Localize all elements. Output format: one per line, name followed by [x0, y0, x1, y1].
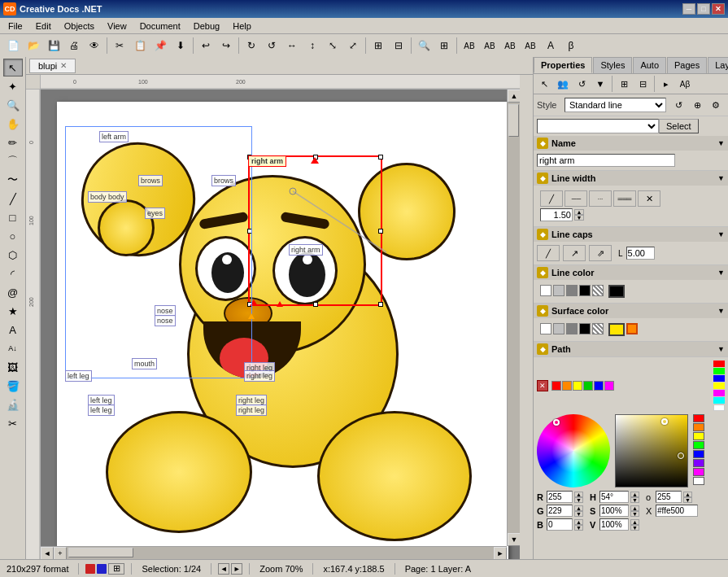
tb-undo[interactable]: ↩ — [196, 37, 216, 55]
sc-swatch-yellow[interactable] — [608, 323, 625, 336]
panel-btn-grid[interactable]: ⊞ — [615, 76, 633, 92]
name-input[interactable] — [537, 154, 675, 167]
maximize-button[interactable]: □ — [697, 3, 710, 15]
tb-paste[interactable]: 📌 — [150, 37, 170, 55]
sc-swatch-pattern[interactable] — [592, 323, 604, 334]
menu-document[interactable]: Document — [133, 20, 187, 33]
r-input[interactable] — [547, 491, 573, 503]
tool-spiral[interactable]: @ — [3, 283, 23, 301]
lw-btn5[interactable]: ✕ — [638, 190, 660, 207]
style-select[interactable]: Standard line — [565, 98, 666, 112]
lc-swatch-lgray[interactable] — [553, 285, 565, 296]
lc-btn1[interactable]: ╱ — [537, 245, 560, 261]
tb-textB[interactable]: β — [561, 37, 581, 55]
tb-new[interactable]: 📄 — [3, 37, 23, 55]
o-spin-down[interactable]: ▼ — [683, 497, 692, 503]
hscroll-right[interactable]: ► — [494, 547, 507, 559]
tool-ellipse[interactable]: ○ — [3, 227, 23, 245]
tab-properties[interactable]: Properties — [534, 57, 592, 73]
style-opt2[interactable]: ⊕ — [688, 97, 706, 113]
tool-eyedrop[interactable]: 🔬 — [3, 396, 23, 413]
vscroll-thumb[interactable] — [508, 104, 519, 137]
tb-print[interactable]: 🖨 — [64, 37, 84, 55]
lw-btn3[interactable]: ··· — [589, 190, 612, 207]
tb-group[interactable]: ⊞ — [368, 37, 388, 55]
g-spin-down[interactable]: ▼ — [574, 511, 583, 517]
sc-swatch-black[interactable] — [579, 323, 591, 334]
indicator-btn[interactable]: ⊞ — [108, 563, 124, 575]
tool-polygon[interactable]: ⬡ — [3, 246, 23, 264]
style-opt1[interactable]: ↺ — [669, 97, 687, 113]
strip-red[interactable] — [693, 414, 704, 422]
menu-debug[interactable]: Debug — [187, 20, 226, 33]
quick-swatch-green[interactable] — [583, 381, 593, 391]
sc-swatch-dgray[interactable] — [566, 323, 578, 334]
sc-swatch-white[interactable] — [540, 323, 551, 334]
strip-blue[interactable] — [693, 450, 704, 458]
hscroll-left[interactable]: ◄ — [41, 547, 54, 559]
sc-swatch-lgray[interactable] — [553, 323, 565, 334]
rs-white[interactable] — [713, 404, 725, 411]
tb-ungroup[interactable]: ⊟ — [389, 37, 408, 55]
rs-magenta[interactable] — [713, 390, 725, 396]
tb-text3[interactable]: AB — [500, 37, 520, 55]
close-button[interactable]: ✕ — [712, 3, 725, 15]
quick-swatch-blue[interactable] — [594, 381, 604, 391]
rs-yellow[interactable] — [713, 382, 725, 389]
name-header[interactable]: ◆ Name ▼ — [534, 136, 728, 151]
tb-textA[interactable]: A — [541, 37, 560, 55]
properties-scroll[interactable]: ◆ Name ▼ ◆ Line width ▼ ╱ ─ — [534, 136, 728, 559]
v-input[interactable] — [599, 518, 629, 531]
h-input[interactable] — [599, 491, 629, 503]
r-spin-down[interactable]: ▼ — [574, 497, 583, 503]
hscrollbar[interactable]: ◄ + ► — [41, 546, 507, 559]
tab-pages[interactable]: Pages — [667, 57, 707, 73]
color-gradient-box[interactable] — [615, 414, 688, 487]
tb-text2[interactable]: AB — [480, 37, 499, 55]
surfacecolor-header[interactable]: ◆ Surface color ▼ — [534, 304, 728, 318]
rs-cyan[interactable] — [713, 397, 725, 404]
hscroll-track[interactable] — [67, 547, 494, 559]
tool-select[interactable]: ↖ — [3, 59, 23, 76]
s-spin-down[interactable]: ▼ — [630, 511, 639, 517]
tool-node[interactable]: ✦ — [3, 77, 23, 95]
tool-bezier[interactable]: ⌒ — [3, 152, 23, 170]
lc-swatch-black[interactable] — [579, 285, 591, 296]
style-opt3[interactable]: ⚙ — [707, 97, 725, 113]
h-spin-down[interactable]: ▼ — [630, 497, 639, 503]
strip-orange[interactable] — [693, 423, 704, 431]
tb-paste2[interactable]: ⬇ — [171, 37, 190, 55]
hscroll-thumb[interactable] — [68, 548, 133, 557]
lc-swatch-white[interactable] — [540, 285, 551, 296]
tb-rot2[interactable]: ↺ — [262, 37, 281, 55]
vscroll-track[interactable] — [508, 103, 520, 533]
tab-layers[interactable]: Layers — [708, 57, 728, 73]
strip-yellow[interactable] — [693, 432, 704, 440]
panel-btn-text[interactable]: Aβ — [676, 76, 694, 92]
v-spin-down[interactable]: ▼ — [630, 525, 639, 531]
tb-zoom-in[interactable]: 🔍 — [414, 37, 434, 55]
lw-btn1[interactable]: ╱ — [540, 190, 563, 207]
extra-select[interactable] — [537, 119, 659, 133]
tool-hand[interactable]: ✋ — [3, 115, 23, 133]
panel-btn-arrow[interactable]: ↖ — [535, 76, 553, 92]
lc-swatch-pattern[interactable] — [592, 285, 604, 296]
tool-image[interactable]: 🖼 — [3, 358, 23, 376]
nav-next[interactable]: ► — [231, 563, 242, 575]
color-wheel[interactable] — [537, 414, 610, 487]
tool-text[interactable]: A — [3, 321, 23, 339]
tool-zoom[interactable]: 🔍 — [3, 96, 23, 114]
lc-value-input[interactable] — [626, 247, 655, 260]
tab-auto[interactable]: Auto — [633, 57, 666, 73]
lc-btn2[interactable]: ↗ — [563, 245, 586, 261]
lw-btn4[interactable]: ═══ — [613, 190, 636, 207]
hscroll-add-page[interactable]: + — [54, 547, 67, 559]
menu-edit[interactable]: Edit — [29, 20, 58, 33]
tb-preview[interactable]: 👁 — [85, 37, 104, 55]
handle-tr[interactable] — [378, 155, 383, 160]
linecaps-header[interactable]: ◆ Line caps ▼ — [534, 227, 728, 242]
color-picker-close[interactable]: ✕ — [537, 380, 548, 391]
lw-spin-up[interactable]: ▲ — [574, 209, 584, 215]
linewidth-header[interactable]: ◆ Line width ▼ — [534, 171, 728, 186]
rs-green[interactable] — [713, 368, 725, 374]
